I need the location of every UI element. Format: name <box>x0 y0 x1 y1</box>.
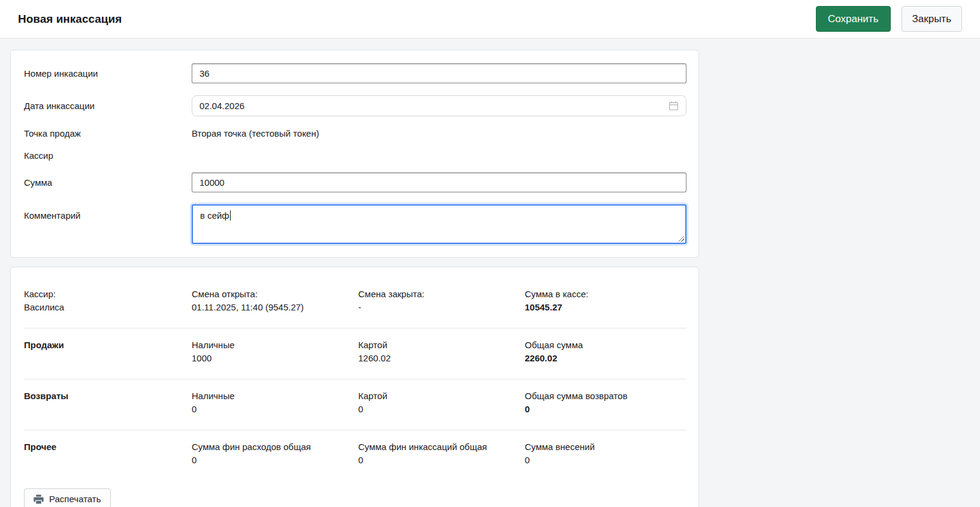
summary-cell: Картой 1260.02 <box>358 339 525 365</box>
comment-textarea[interactable]: в сейф <box>192 204 686 244</box>
amount-input[interactable] <box>192 173 686 192</box>
print-button-label: Распечатать <box>49 494 101 504</box>
summary-cell: Продажи <box>24 339 192 365</box>
summary-cell: Наличные 0 <box>192 390 358 416</box>
point-label: Точка продаж <box>24 128 192 138</box>
form-row-comment: Комментарий в сейф <box>24 204 686 244</box>
printer-icon <box>34 494 44 504</box>
form-row-amount: Сумма <box>24 173 686 192</box>
summary-cell: Сумма в кассе: 10545.27 <box>525 288 686 314</box>
shift-summary-card: Кассир: Василиса Смена открыта: 01.11.20… <box>10 267 699 507</box>
number-label: Номер инкасации <box>24 68 192 79</box>
calendar-icon[interactable] <box>669 101 679 111</box>
summary-row-returns: Возвраты Наличные 0 Картой 0 Общая сумма… <box>24 379 686 430</box>
summary-cell: Возвраты <box>24 390 192 416</box>
summary-cell: Наличные 1000 <box>192 339 358 365</box>
collection-form-card: Номер инкасации Дата инкассации <box>10 50 699 258</box>
page-title: Новая инкассация <box>18 13 122 26</box>
summary-cell: Прочее <box>24 440 192 467</box>
main-content: Номер инкасации Дата инкассации <box>0 38 980 507</box>
page-header: Новая инкассация Сохранить Закрыть <box>0 0 980 38</box>
header-actions: Сохранить Закрыть <box>816 6 962 32</box>
resize-handle[interactable] <box>678 236 684 242</box>
summary-row-sales: Продажи Наличные 1000 Картой 1260.02 Общ… <box>24 328 686 379</box>
print-button[interactable]: Распечатать <box>24 488 111 507</box>
summary-cell: Общая сумма возвратов 0 <box>525 390 686 416</box>
amount-label: Сумма <box>24 177 192 188</box>
summary-row-shift: Кассир: Василиса Смена открыта: 01.11.20… <box>24 279 686 328</box>
date-label: Дата инкассации <box>24 101 192 111</box>
date-input-wrap[interactable] <box>192 95 686 116</box>
form-row-point: Точка продаж Вторая точка (тестовый токе… <box>24 128 686 138</box>
comment-text: в сейф <box>200 210 229 221</box>
summary-cell: Смена открыта: 01.11.2025, 11:40 (9545.2… <box>192 288 358 314</box>
save-button[interactable]: Сохранить <box>816 6 890 32</box>
text-cursor <box>230 210 231 221</box>
form-row-number: Номер инкасации <box>24 64 686 83</box>
date-input[interactable] <box>199 101 669 111</box>
form-row-date: Дата инкассации <box>24 95 686 116</box>
summary-cell: Сумма внесений 0 <box>525 440 686 467</box>
comment-label: Комментарий <box>24 204 192 221</box>
cashier-label: Кассир <box>24 150 192 161</box>
point-value: Вторая точка (тестовый токен) <box>192 128 686 138</box>
summary-cell: Сумма фин инкассаций общая 0 <box>358 440 525 467</box>
form-row-cashier: Кассир <box>24 150 686 161</box>
close-button[interactable]: Закрыть <box>902 6 962 32</box>
summary-cell: Кассир: Василиса <box>24 288 192 314</box>
number-input[interactable] <box>192 64 686 83</box>
summary-cell: Картой 0 <box>358 390 525 416</box>
summary-cell: Сумма фин расходов общая 0 <box>192 440 358 467</box>
summary-cell: Общая сумма 2260.02 <box>525 339 686 365</box>
summary-cell: Смена закрыта: - <box>358 288 525 314</box>
summary-row-other: Прочее Сумма фин расходов общая 0 Сумма … <box>24 430 686 481</box>
